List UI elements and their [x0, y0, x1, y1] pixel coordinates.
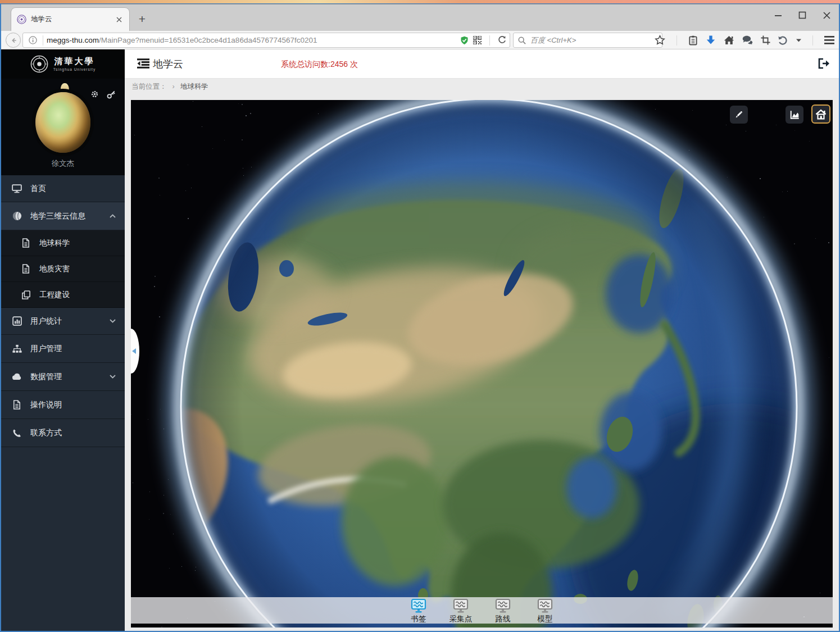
monitor-wave-icon [537, 598, 553, 613]
tool-models[interactable]: 模型 [525, 598, 565, 624]
globe-viewport[interactable]: 书签 采集点 路线 [131, 100, 833, 628]
breadcrumb-separator: › [172, 83, 175, 90]
sidebar-item-geo-hazard[interactable]: 地质灾害 [1, 256, 125, 282]
sidebar-item-label: 数据管理 [30, 372, 62, 382]
tool-routes[interactable]: 路线 [483, 598, 523, 624]
divider [43, 35, 43, 46]
content: 地学云 系统总访问数:2456 次 当前位置： › 地球科学 [125, 49, 839, 631]
tool-collection-points[interactable]: 采集点 [441, 598, 480, 624]
breadcrumb-label: 当前位置： [131, 82, 167, 92]
shield-icon[interactable] [460, 36, 469, 45]
divider [676, 35, 677, 46]
undo-icon[interactable] [778, 36, 788, 45]
tsinghua-emblem-icon [30, 55, 48, 73]
globe-icon [11, 211, 22, 221]
sidebar-item-label: 首页 [30, 184, 46, 194]
tool-label: 路线 [496, 614, 511, 624]
tool-label: 模型 [538, 614, 553, 624]
terrain-chart-button[interactable] [785, 106, 803, 124]
browser-tab[interactable]: 地学云 [11, 8, 129, 31]
doc-icon [11, 400, 22, 410]
sidebar-item-engineering[interactable]: 工程建设 [1, 282, 125, 308]
chevron-left-icon [132, 348, 136, 354]
chevron-down-icon [110, 319, 116, 323]
sidebar-item-user-management[interactable]: 用户管理 [1, 335, 125, 363]
bar-chart-icon [11, 316, 22, 326]
draw-pencil-button[interactable] [730, 106, 748, 124]
sidebar-item-user-stats[interactable]: 用户统计 [1, 308, 125, 335]
file-icon [20, 238, 31, 248]
sidebar-item-label: 用户管理 [30, 344, 62, 354]
search-bar[interactable] [513, 33, 662, 48]
chevron-down-icon [110, 375, 116, 379]
sidebar-item-instructions[interactable]: 操作说明 [1, 391, 125, 419]
home-icon[interactable] [724, 35, 734, 45]
bookmark-star-icon[interactable] [655, 35, 665, 46]
logo-text-cn: 清華大學 [54, 57, 94, 66]
tab-title: 地学云 [31, 15, 115, 24]
page-header: 地学云 系统总访问数:2456 次 [125, 49, 839, 79]
sidebar-item-label: 地学三维云信息 [30, 211, 85, 221]
chevron-up-icon [110, 214, 116, 218]
tool-label: 采集点 [449, 614, 473, 624]
sidebar-menu: 首页 地学三维云信息 地球科学 地质 [1, 175, 125, 631]
browser-toolbar: meggs-thu.com/MainPage?menuid=16531e0c2b… [1, 31, 839, 49]
site-info-icon[interactable] [29, 36, 37, 44]
home-view-button[interactable] [811, 104, 830, 124]
sidebar-item-earth-science[interactable]: 地球科学 [1, 230, 125, 256]
copy-icon [20, 290, 31, 299]
globe-bottom-toolbar: 书签 采集点 路线 [131, 597, 833, 624]
minimize-button[interactable] [774, 11, 783, 20]
visit-stats: 系统总访问数:2456 次 [281, 60, 358, 70]
settings-gear-icon[interactable] [90, 90, 99, 99]
refresh-icon[interactable] [498, 36, 506, 44]
menu-icon[interactable] [824, 36, 834, 44]
search-icon [518, 37, 526, 44]
breadcrumb-current[interactable]: 地球科学 [180, 82, 208, 92]
window-controls [771, 6, 833, 25]
sitemap-icon [11, 344, 22, 353]
search-input[interactable] [529, 35, 657, 45]
sidebar-item-label: 操作说明 [30, 400, 62, 410]
url-text[interactable]: meggs-thu.com/MainPage?menuid=16531e0c2b… [47, 36, 460, 44]
dropdown-caret-icon[interactable] [796, 39, 801, 42]
earth-globe[interactable] [131, 100, 833, 628]
window-border [0, 4, 1, 632]
back-button[interactable] [6, 33, 21, 48]
divider [489, 35, 490, 46]
page-title: 地学云 [153, 57, 183, 71]
close-button[interactable] [822, 11, 831, 20]
desktop-icon [11, 184, 22, 193]
sidebar-item-geo3d-cloud[interactable]: 地学三维云信息 [1, 202, 125, 230]
tab-close-icon[interactable] [115, 15, 124, 24]
cloud-icon [11, 373, 22, 380]
sidebar-toggle-icon[interactable] [137, 58, 149, 69]
user-panel: 徐文杰 [1, 79, 125, 175]
maximize-button[interactable] [798, 11, 807, 20]
chat-bubbles-icon[interactable] [742, 35, 753, 45]
sidebar-item-label: 用户统计 [30, 316, 62, 326]
url-domain: meggs-thu.com [47, 36, 99, 44]
crop-screenshot-icon[interactable] [761, 35, 770, 45]
app-window: 清華大學 Tsinghua University 徐文杰 [1, 49, 839, 631]
download-icon[interactable] [706, 35, 716, 45]
tool-bookmarks[interactable]: 书签 [399, 598, 438, 624]
user-name: 徐文杰 [1, 158, 125, 169]
avatar[interactable] [35, 92, 90, 153]
tsinghua-logo: 清華大學 Tsinghua University [1, 49, 125, 79]
file-icon [20, 264, 31, 274]
sidebar-item-home[interactable]: 首页 [1, 175, 125, 202]
sidebar-item-contact[interactable]: 联系方式 [1, 419, 125, 447]
qr-code-icon[interactable] [473, 36, 482, 44]
sidebar-item-label: 联系方式 [30, 428, 62, 438]
sidebar: 清華大學 Tsinghua University 徐文杰 [1, 49, 125, 631]
logout-icon[interactable] [818, 58, 830, 69]
sidebar-item-data-management[interactable]: 数据管理 [1, 363, 125, 391]
bookmarks-list-icon[interactable] [688, 35, 698, 46]
sidebar-item-label: 地球科学 [39, 238, 70, 248]
key-icon[interactable] [107, 90, 116, 99]
new-tab-button[interactable]: + [135, 11, 149, 27]
sidebar-item-label: 地质灾害 [39, 264, 70, 274]
url-bar[interactable]: meggs-thu.com/MainPage?menuid=16531e0c2b… [22, 33, 510, 48]
breadcrumb: 当前位置： › 地球科学 [125, 79, 839, 94]
